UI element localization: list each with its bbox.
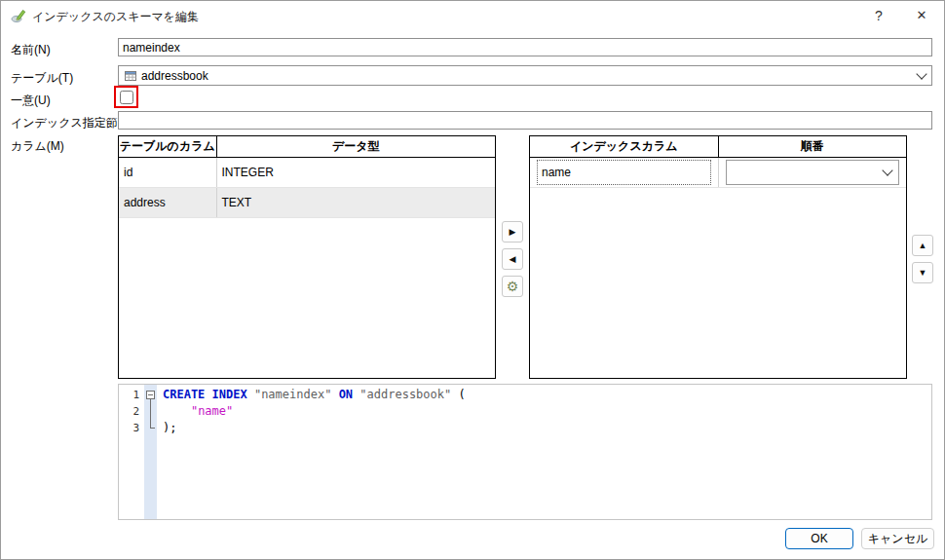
index-column-cell[interactable]: name [530, 158, 718, 188]
move-up-button[interactable]: ▲ [912, 235, 933, 256]
columns-label: カラム(M) [11, 138, 64, 155]
chevron-down-icon [882, 165, 892, 175]
index-columns-table: インデックスカラム 順番 name [529, 135, 907, 379]
fold-guide-line [150, 399, 151, 428]
unique-checkbox[interactable] [120, 91, 133, 104]
add-column-button[interactable]: ▶ [502, 221, 523, 243]
table-row[interactable]: addressTEXT [119, 188, 495, 218]
partial-index-input[interactable] [118, 111, 932, 130]
table-header-row: インデックスカラム 順番 [530, 136, 906, 158]
code-line[interactable]: "name" [163, 403, 931, 420]
code-line[interactable]: ); [163, 420, 931, 436]
cancel-button[interactable]: キャンセル [861, 528, 934, 549]
column-header: テーブルのカラム [119, 136, 216, 158]
code-lines: CREATE INDEX "nameindex" ON "addressbook… [163, 387, 931, 436]
order-cell [718, 158, 906, 188]
name-input[interactable] [118, 38, 932, 56]
ok-button[interactable]: OK [785, 528, 853, 549]
order-combobox[interactable] [726, 160, 900, 185]
name-label: 名前(N) [11, 42, 51, 58]
table-combobox-value: addressbook [141, 69, 208, 83]
table-cell[interactable]: TEXT [216, 188, 495, 218]
source-columns-table: テーブルのカラム データ型 idINTEGERaddressTEXT [118, 135, 496, 379]
table-cell[interactable]: address [119, 188, 216, 218]
edit-index-schema-dialog: インデックスのスキーマを編集 ? ✕ 名前(N) テーブル(T) 一意(U) イ… [0, 0, 945, 560]
remove-column-button[interactable]: ◀ [502, 248, 523, 270]
fold-guide-corner [150, 428, 155, 429]
column-header: 順番 [718, 136, 906, 158]
line-number: 2 [119, 403, 144, 420]
code-line[interactable]: CREATE INDEX "nameindex" ON "addressbook… [163, 387, 931, 403]
partial-index-label: インデックス指定節(X) [11, 115, 133, 131]
index-table-body: name [530, 158, 906, 188]
table-label: テーブル(T) [11, 70, 73, 87]
fold-collapse-icon[interactable] [146, 391, 155, 399]
table-combobox[interactable]: addressbook [118, 65, 932, 86]
chevron-down-icon [916, 68, 926, 79]
sql-editor[interactable]: 123 CREATE INDEX "nameindex" ON "address… [118, 384, 932, 520]
column-header: データ型 [216, 136, 495, 158]
table-row[interactable]: idINTEGER [119, 158, 495, 188]
app-icon [11, 8, 26, 23]
dialog-title: インデックスのスキーマを編集 [32, 9, 199, 25]
source-table-body: idINTEGERaddressTEXT [119, 158, 495, 218]
table-cell[interactable]: id [119, 158, 216, 188]
help-button[interactable]: ? [864, 5, 893, 26]
selected-cell[interactable]: name [537, 160, 711, 185]
line-number: 1 [119, 387, 144, 403]
table-header-row: テーブルのカラム データ型 [119, 136, 495, 158]
unique-label: 一意(U) [11, 93, 51, 109]
table-row[interactable]: name [530, 158, 906, 188]
add-expression-button[interactable]: ⚙ [502, 276, 523, 297]
column-header: インデックスカラム [530, 136, 718, 158]
table-icon [125, 70, 136, 82]
title-bar: インデックスのスキーマを編集 ? ✕ [1, 1, 944, 30]
line-number: 3 [119, 420, 144, 436]
close-button[interactable]: ✕ [907, 5, 936, 26]
table-cell[interactable]: INTEGER [216, 158, 495, 188]
move-down-button[interactable]: ▼ [912, 262, 933, 283]
line-numbers: 123 [119, 385, 144, 519]
